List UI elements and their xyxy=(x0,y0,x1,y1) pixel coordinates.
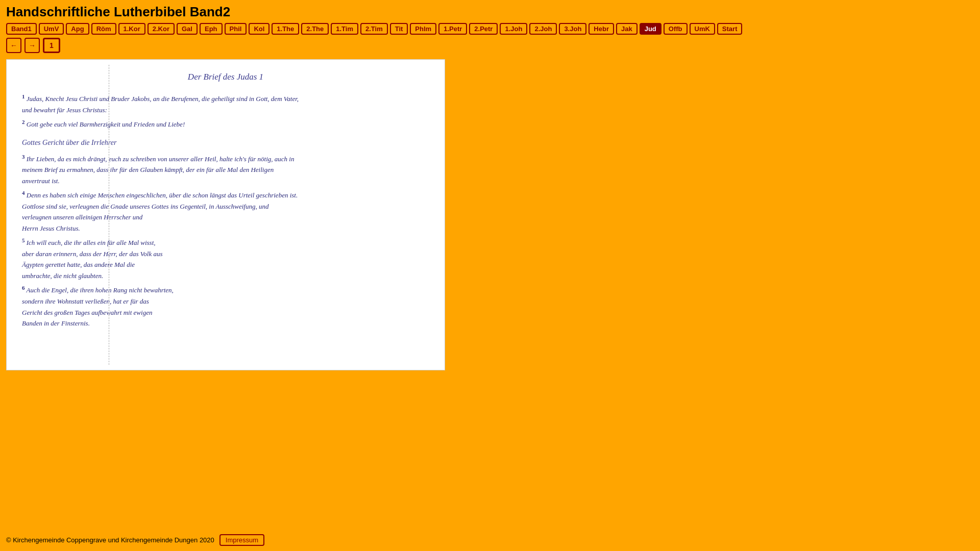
nav-btn-start[interactable]: Start xyxy=(717,23,743,35)
section-heading: Gottes Gericht über die Irrlehrer xyxy=(22,137,429,148)
verse-5: 5 Ich will euch, die ihr alles ein für a… xyxy=(22,236,429,281)
impressum-button[interactable]: Impressum xyxy=(219,534,264,546)
nav-btn-1the[interactable]: 1.The xyxy=(272,23,299,35)
nav-btn-tit[interactable]: Tit xyxy=(390,23,408,35)
verse-num-2: 2 xyxy=(22,119,25,125)
site-title: Handschriftliche Lutherbibel Band2 xyxy=(6,4,974,20)
nav-btn-2joh[interactable]: 2.Joh xyxy=(529,23,557,35)
main-content: Der Brief des Judas 1 1 Judas, Knecht Je… xyxy=(0,59,980,370)
next-button[interactable]: → xyxy=(24,38,40,53)
nav-btn-eph[interactable]: Eph xyxy=(200,23,223,35)
nav-btn-gal[interactable]: Gal xyxy=(177,23,198,35)
verse-2: 2 Gott gebe euch viel Barmherzigkeit und… xyxy=(22,117,429,130)
nav-btn-phlm[interactable]: Phlm xyxy=(410,23,436,35)
nav-btn-1tim[interactable]: 1.Tim xyxy=(331,23,358,35)
manuscript-title: Der Brief des Judas 1 xyxy=(22,70,429,84)
verse-num-5: 5 xyxy=(22,237,25,243)
verse-num-6: 6 xyxy=(22,285,25,291)
verse-num-4: 4 xyxy=(22,190,25,196)
verse-4: 4 Denn es haben sich einige Menschen ein… xyxy=(22,188,429,234)
nav-btn-2tim[interactable]: 2.Tim xyxy=(360,23,388,35)
verse-1: 1 Judas, Knecht Jesu Christi und Bruder … xyxy=(22,92,429,115)
nav-btn-röm[interactable]: Röm xyxy=(91,23,116,35)
manuscript-area: Der Brief des Judas 1 1 Judas, Knecht Je… xyxy=(22,70,429,329)
verse-num-3: 3 xyxy=(22,154,25,160)
verse-6: 6 Auch die Engel, die ihren hohen Rang n… xyxy=(22,283,429,329)
nav-btn-offb[interactable]: Offb xyxy=(664,23,688,35)
nav-btn-jud[interactable]: Jud xyxy=(640,23,662,35)
nav-bar: Band1UmVApgRöm1.Kor2.KorGalEphPhilKol1.T… xyxy=(6,23,974,35)
page-number: 1 xyxy=(43,38,60,53)
footer: © Kirchengemeinde Coppengrave und Kirche… xyxy=(0,529,980,551)
nav-btn-hebr[interactable]: Hebr xyxy=(589,23,614,35)
page-container: Der Brief des Judas 1 1 Judas, Knecht Je… xyxy=(6,59,445,370)
nav-btn-apg[interactable]: Apg xyxy=(66,23,89,35)
nav-btn-2petr[interactable]: 2.Petr xyxy=(469,23,498,35)
nav-btn-3joh[interactable]: 3.Joh xyxy=(559,23,586,35)
nav-btn-2kor[interactable]: 2.Kor xyxy=(148,23,175,35)
verse-num-1: 1 xyxy=(22,93,25,99)
verse-3: 3 Ihr Lieben, da es mich drängt, euch zu… xyxy=(22,152,429,187)
nav-btn-1joh[interactable]: 1.Joh xyxy=(500,23,527,35)
nav-btn-band1[interactable]: Band1 xyxy=(6,23,37,35)
nav-btn-1petr[interactable]: 1.Petr xyxy=(438,23,467,35)
nav-btn-1kor[interactable]: 1.Kor xyxy=(118,23,145,35)
nav-btn-jak[interactable]: Jak xyxy=(616,23,638,35)
nav-btn-kol[interactable]: Kol xyxy=(249,23,270,35)
nav-btn-phil[interactable]: Phil xyxy=(225,23,247,35)
nav-btn-2the[interactable]: 2.The xyxy=(301,23,329,35)
prev-button[interactable]: ← xyxy=(6,38,21,53)
copyright-text: © Kirchengemeinde Coppengrave und Kirche… xyxy=(6,536,214,544)
nav-btn-umk[interactable]: UmK xyxy=(690,23,715,35)
page-controls: ← → 1 xyxy=(6,38,974,53)
nav-btn-umv[interactable]: UmV xyxy=(39,23,64,35)
